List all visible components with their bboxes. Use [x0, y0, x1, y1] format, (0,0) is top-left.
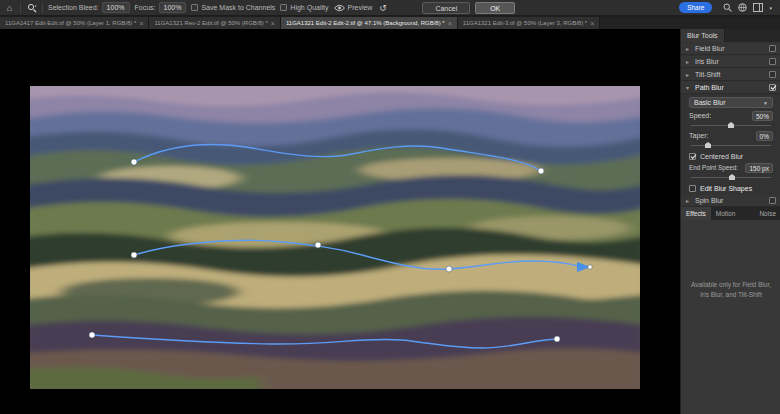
path-blur-overlay[interactable] [30, 86, 640, 389]
end-point-speed-slider-thumb[interactable] [729, 174, 735, 180]
blur-type-value: Basic Blur [694, 99, 726, 106]
close-icon[interactable]: × [590, 20, 594, 27]
iris-blur-row[interactable]: ▸ Iris Blur [681, 56, 780, 68]
speed-value[interactable]: 50% [752, 111, 773, 121]
document-tab-active[interactable]: 11GA1321 Edit-2 Edit-2.tif @ 47.1% (Back… [281, 17, 458, 29]
field-blur-checkbox[interactable] [769, 45, 776, 52]
path-blur-row[interactable]: ▾ Path Blur [681, 82, 780, 94]
field-blur-row[interactable]: ▸ Field Blur [681, 43, 780, 55]
help-icon[interactable] [738, 3, 747, 12]
document-tab[interactable]: 11GA1417 Edit-Edit.tif @ 50% (Layer 1, R… [0, 17, 149, 29]
tab-label: 11GA1417 Edit-Edit.tif @ 50% (Layer 1, R… [5, 20, 136, 26]
taper-value[interactable]: 0% [756, 131, 773, 141]
speed-slider[interactable] [691, 122, 771, 128]
path-blur-checkbox[interactable] [769, 84, 776, 91]
tilt-shift-row[interactable]: ▸ Tilt-Shift [681, 69, 780, 81]
path-blur-label: Path Blur [695, 84, 724, 91]
document-image[interactable] [30, 86, 640, 389]
spin-blur-checkbox[interactable] [769, 197, 776, 204]
centered-blur-row[interactable]: Centered Blur [689, 151, 775, 161]
centered-blur-label: Centered Blur [700, 153, 743, 160]
high-quality-label: High Quality [290, 4, 328, 11]
share-button[interactable]: Share [679, 2, 712, 13]
cancel-button[interactable]: Cancel [422, 2, 470, 14]
effects-panel-body: Available only for Field Blur, Iris Blur… [681, 220, 780, 414]
chevron-right-icon[interactable]: ▸ [686, 58, 692, 65]
chevron-down-icon[interactable]: ▾ [686, 84, 692, 91]
taper-row: Taper: 0% [689, 130, 773, 141]
tab-label: 11GA1321 Edit-2 Edit-2.tif @ 47.1% (Back… [286, 20, 445, 26]
close-icon[interactable]: × [271, 20, 275, 27]
blur-path-point [315, 242, 321, 248]
preview-label: Preview [348, 4, 373, 11]
chevron-right-icon[interactable]: ▸ [686, 45, 692, 52]
blur-tool-icon[interactable] [26, 2, 37, 13]
blur-path-point [89, 332, 95, 338]
blur-path-point [131, 159, 137, 165]
iris-blur-label: Iris Blur [695, 58, 719, 65]
iris-blur-checkbox[interactable] [769, 58, 776, 65]
edit-blur-shapes-row[interactable]: Edit Blur Shapes [689, 183, 775, 193]
preview-eye-icon[interactable] [334, 2, 345, 13]
centered-blur-checkbox[interactable] [689, 153, 696, 160]
chevron-down-icon: ▼ [763, 100, 768, 106]
high-quality-checkbox[interactable] [280, 4, 287, 11]
blur-gallery-options-bar: ⌂ Selection Bleed: 100% Focus: 100% Save… [0, 0, 780, 16]
save-mask-label: Save Mask to Channels [201, 4, 275, 11]
check-icon [690, 153, 697, 160]
taper-slider-thumb[interactable] [705, 142, 711, 148]
chevron-down-icon[interactable]: ▾ [769, 5, 772, 11]
check-icon [770, 84, 777, 91]
reset-icon[interactable]: ↺ [377, 2, 388, 13]
taper-label: Taper: [689, 132, 708, 139]
selection-bleed-value[interactable]: 100% [102, 2, 130, 13]
end-point-speed-label: End Point Speed: [689, 164, 738, 171]
chevron-right-icon[interactable]: ▸ [686, 71, 692, 78]
spin-blur-row[interactable]: ▸ Spin Blur [681, 195, 780, 207]
blur-type-dropdown[interactable]: Basic Blur ▼ [689, 97, 773, 108]
tilt-shift-checkbox[interactable] [769, 71, 776, 78]
speed-slider-thumb[interactable] [728, 122, 734, 128]
tab-motion-effects[interactable]: Motion Effects [711, 207, 755, 220]
canvas-area [0, 29, 680, 414]
panel-title-strip: Blur Tools [681, 29, 780, 42]
end-point-speed-row: End Point Speed: 150 px [689, 162, 773, 173]
end-point-speed-value[interactable]: 150 px [745, 163, 773, 173]
close-icon[interactable]: × [139, 20, 143, 27]
taper-slider[interactable] [691, 142, 771, 148]
home-icon[interactable]: ⌂ [4, 2, 15, 13]
effects-tab-bar: Effects Motion Effects Noise [681, 207, 780, 220]
edit-blur-shapes-label: Edit Blur Shapes [700, 185, 752, 192]
edit-blur-shapes-checkbox[interactable] [689, 185, 696, 192]
tab-noise[interactable]: Noise [754, 207, 780, 220]
tilt-shift-label: Tilt-Shift [695, 71, 720, 78]
close-icon[interactable]: × [448, 20, 452, 27]
document-tab[interactable]: 11GA1321 Rev-2 Edit.tif @ 50% (RGB/8) * … [149, 17, 280, 29]
tab-effects[interactable]: Effects [681, 207, 711, 220]
blur-path-bottom [92, 335, 557, 348]
speed-row: Speed: 50% [689, 110, 773, 121]
save-mask-checkbox[interactable] [191, 4, 198, 11]
search-icon[interactable] [723, 3, 732, 12]
photoshop-blur-gallery-window: ⌂ Selection Bleed: 100% Focus: 100% Save… [0, 0, 780, 414]
divider [20, 3, 21, 13]
blur-path-middle [134, 240, 582, 269]
end-point-speed-slider[interactable] [691, 174, 771, 180]
blur-tools-panel: Blur Tools ▸ Field Blur ▸ Iris Blur ▸ Ti… [680, 29, 780, 414]
effects-note: Available only for Field Blur, Iris Blur… [689, 280, 773, 300]
ok-button[interactable]: OK [475, 2, 515, 14]
divider [42, 3, 43, 13]
focus-value[interactable]: 100% [159, 2, 187, 13]
blur-path-point [131, 252, 137, 258]
tab-label: 11GA1321 Rev-2 Edit.tif @ 50% (RGB/8) * [154, 20, 267, 26]
tab-label: 11GA1321 Edit-3.tif @ 50% (Layer 3, RGB/… [463, 20, 587, 26]
blur-tools-panel-tab[interactable]: Blur Tools [681, 29, 725, 42]
document-tab-bar: 11GA1417 Edit-Edit.tif @ 50% (Layer 1, R… [0, 17, 780, 29]
speed-label: Speed: [689, 112, 711, 119]
workspace-icon[interactable] [753, 3, 763, 12]
chevron-right-icon[interactable]: ▸ [686, 197, 692, 204]
blur-path-point [538, 168, 544, 174]
document-tab[interactable]: 11GA1321 Edit-3.tif @ 50% (Layer 3, RGB/… [458, 17, 600, 29]
spin-blur-label: Spin Blur [695, 197, 723, 204]
blur-path-point [554, 336, 560, 342]
